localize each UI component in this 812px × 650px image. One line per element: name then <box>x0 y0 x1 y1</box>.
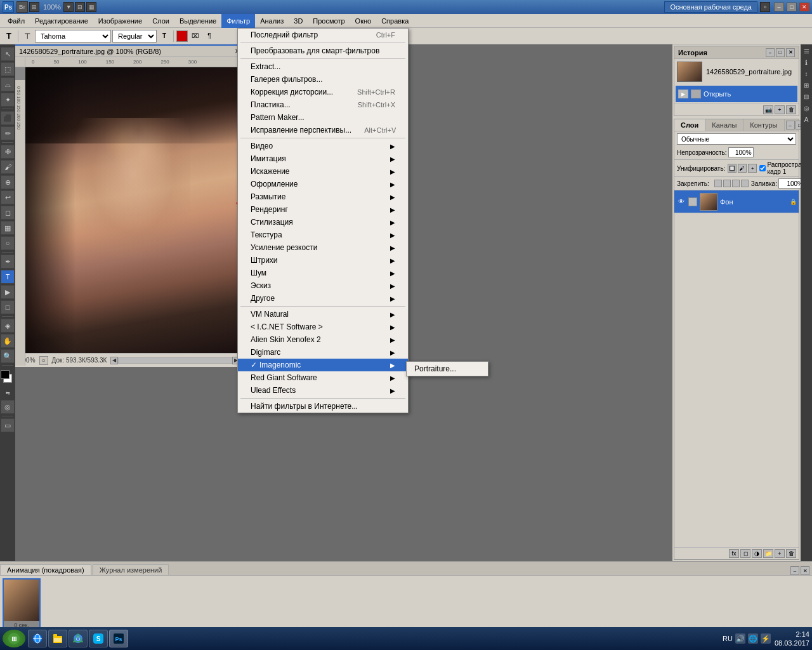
menu-image[interactable]: Изображение <box>93 14 147 28</box>
menu-select[interactable]: Выделение <box>174 14 221 28</box>
history-item-open[interactable]: ▶ Открыть <box>676 86 797 102</box>
filter-item-icnet[interactable]: < I.C.NET Software > ▶ <box>238 321 408 333</box>
font-style-select[interactable]: Regular <box>112 30 157 43</box>
lock-image-btn[interactable]: 🖌 <box>738 164 747 173</box>
filter-item-alienskin[interactable]: Alien Skin Xenofex 2 ▶ <box>238 333 408 346</box>
lock-position-btn[interactable]: + <box>748 164 757 173</box>
layer-group-btn[interactable]: 📁 <box>763 549 773 558</box>
taskbar-photoshop[interactable]: Ps <box>109 630 128 647</box>
filter-item-smart[interactable]: Преобразовать для смарт-фильтров <box>238 44 408 57</box>
filter-item-imitation[interactable]: Имитация ▶ <box>238 152 408 165</box>
fix-icon1[interactable] <box>714 180 722 187</box>
tool-magic-wand[interactable]: ✦ <box>1 93 15 107</box>
taskbar-chrome[interactable] <box>69 630 88 647</box>
fg-color-swatch[interactable] <box>1 370 10 379</box>
filter-item-blur[interactable]: Размытие ▶ <box>238 190 408 203</box>
history-collapse-btn[interactable]: – <box>766 48 775 57</box>
document-canvas[interactable] <box>25 67 241 353</box>
tool-dodge[interactable]: ○ <box>1 236 15 250</box>
expand-icon[interactable]: » <box>760 2 770 12</box>
history-expand-btn[interactable]: □ <box>776 48 785 57</box>
tool-marquee[interactable]: ⬚ <box>1 62 15 76</box>
filter-item-find[interactable]: Найти фильтры в Интернете... <box>238 400 408 413</box>
menu-window[interactable]: Окно <box>350 14 377 28</box>
tab-layers[interactable]: Слои <box>674 119 705 131</box>
scroll-left[interactable]: ◀ <box>110 357 118 364</box>
tray-icon-3[interactable]: ⚡ <box>761 633 771 644</box>
filter-item-sharpen[interactable]: Усиление резкости ▶ <box>238 241 408 254</box>
filter-item-video[interactable]: Видео ▶ <box>238 140 408 152</box>
menu-view[interactable]: Просмотр <box>308 14 350 28</box>
filter-item-liquify[interactable]: Пластика... Shift+Ctrl+X <box>238 98 408 111</box>
right-icon-3[interactable]: ↕ <box>801 69 811 79</box>
tab-channels[interactable]: Каналы <box>705 119 743 131</box>
tool-eraser[interactable]: ◻ <box>1 206 15 220</box>
right-icon-1[interactable]: ☰ <box>801 46 811 56</box>
font-size-btn[interactable]: T <box>158 30 171 43</box>
tool-crop[interactable]: ⬛ <box>1 111 15 125</box>
tab-animation[interactable]: Анимация (покадровая) <box>0 564 91 575</box>
canvas-scroll-h[interactable]: ◀ ▶ <box>110 357 240 364</box>
bottom-panel-collapse[interactable]: – <box>790 566 799 575</box>
animation-frame-1[interactable]: 0 сек. <box>3 578 41 629</box>
tool-eyedropper[interactable]: ✏ <box>1 126 15 140</box>
filter-item-pattern[interactable]: Pattern Maker... <box>238 111 408 124</box>
layer-item-background[interactable]: 👁 Фон 🔒 <box>674 190 799 213</box>
close-button[interactable]: ✕ <box>799 3 809 11</box>
filter-item-extract[interactable]: Extract... <box>238 60 408 73</box>
right-icon-4[interactable]: ⊞ <box>801 80 811 90</box>
tray-icon-2[interactable]: 🌐 <box>748 633 758 644</box>
tool-shape[interactable]: □ <box>1 300 15 314</box>
menu-3d[interactable]: 3D <box>289 14 308 28</box>
menu-analyze[interactable]: Анализ <box>255 14 289 28</box>
submenu-portraiture[interactable]: Portraiture... <box>407 362 488 376</box>
right-icon-6[interactable]: ◎ <box>801 103 811 113</box>
maximize-button[interactable]: □ <box>787 3 797 11</box>
tool-lasso[interactable]: ⌓ <box>1 77 15 91</box>
menu-layers[interactable]: Слои <box>147 14 174 28</box>
tool-pen[interactable]: ✒ <box>1 255 15 269</box>
right-icon-7[interactable]: A <box>801 114 811 124</box>
filter-item-texture[interactable]: Текстура ▶ <box>238 229 408 241</box>
fix-icon3[interactable] <box>732 180 740 187</box>
lock-transparency-btn[interactable]: 🔲 <box>728 164 737 173</box>
menu-filter[interactable]: Фильтр <box>221 14 255 28</box>
layer-eye-btn[interactable]: 👁 <box>677 197 686 206</box>
filter-item-ulead[interactable]: Ulead Effects ▶ <box>238 384 408 397</box>
layer-delete-btn[interactable]: 🗑 <box>786 549 796 558</box>
layer-new-btn[interactable]: + <box>775 549 785 558</box>
color-swatch-toolbar[interactable] <box>176 30 188 42</box>
text-orient-btn[interactable]: ⊤ <box>21 30 34 43</box>
history-new-doc-btn[interactable]: + <box>775 105 785 114</box>
filter-item-stylize[interactable]: Стилизация ▶ <box>238 216 408 229</box>
filter-item-noise[interactable]: Шум ▶ <box>238 267 408 279</box>
right-icon-2[interactable]: ℹ <box>801 57 811 67</box>
tool-heal[interactable]: ✙ <box>1 145 15 159</box>
opacity-input[interactable] <box>728 147 754 157</box>
layers-collapse-btn[interactable]: – <box>786 121 795 129</box>
fill-input[interactable] <box>778 178 801 189</box>
tool-history-brush[interactable]: ↩ <box>1 190 15 204</box>
filter-item-redgiant[interactable]: Red Giant Software ▶ <box>238 371 408 384</box>
screen-mode-btn[interactable]: ▭ <box>1 418 15 432</box>
workspace-button[interactable]: Основная рабочая среда <box>664 1 757 13</box>
tool-gradient[interactable]: ▦ <box>1 221 15 235</box>
bottom-panel-close[interactable]: ✕ <box>801 566 809 575</box>
warp-text-btn[interactable]: ⌧ <box>189 30 202 43</box>
history-delete-btn[interactable]: 🗑 <box>786 105 796 114</box>
start-button[interactable]: ⊞ <box>3 630 25 647</box>
type-tool-btn[interactable]: T <box>3 30 15 43</box>
filter-item-distortion[interactable]: Коррекция дисторсии... Shift+Ctrl+R <box>238 86 408 98</box>
swap-colors-btn[interactable]: ⇆ <box>6 390 10 396</box>
tool-path-select[interactable]: ▶ <box>1 285 15 299</box>
tool-brush[interactable]: 🖌 <box>1 160 15 174</box>
char-panel-btn[interactable]: ¶ <box>203 30 216 43</box>
history-new-snap-btn[interactable]: 📷 <box>763 105 773 114</box>
filter-item-distort[interactable]: Искажение ▶ <box>238 165 408 178</box>
tool-move[interactable]: ↖ <box>1 47 15 61</box>
scrollbar-h[interactable] <box>118 357 232 364</box>
filter-item-sketch[interactable]: Эскиз ▶ <box>238 279 408 292</box>
taskbar-explorer[interactable] <box>48 630 67 647</box>
menu-help[interactable]: Справка <box>376 14 414 28</box>
filter-item-gallery[interactable]: Галерея фильтров... <box>238 73 408 86</box>
